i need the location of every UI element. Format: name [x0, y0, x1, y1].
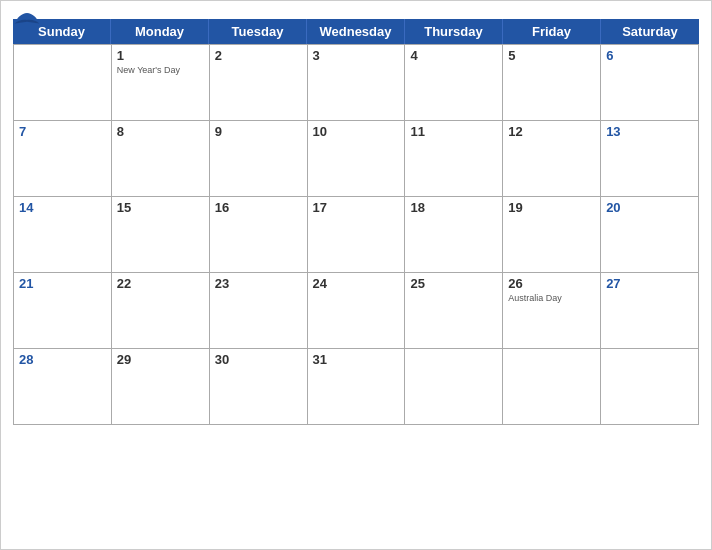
calendar-cell: 21: [14, 273, 112, 349]
date-number: 15: [117, 200, 204, 215]
calendar-cell: 22: [112, 273, 210, 349]
holiday-label: Australia Day: [508, 293, 595, 303]
day-header-monday: Monday: [111, 19, 209, 44]
date-number: 9: [215, 124, 302, 139]
calendar-cell: 25: [405, 273, 503, 349]
calendar-cell: 5: [503, 45, 601, 121]
week-row-5: 28293031: [14, 349, 699, 425]
date-number: 6: [606, 48, 693, 63]
calendar-cell: 17: [308, 197, 406, 273]
calendar-cell: 10: [308, 121, 406, 197]
day-header-friday: Friday: [503, 19, 601, 44]
calendar-cell: 8: [112, 121, 210, 197]
date-number: 23: [215, 276, 302, 291]
date-number: 24: [313, 276, 400, 291]
day-header-wednesday: Wednesday: [307, 19, 405, 44]
calendar-cell: 31: [308, 349, 406, 425]
date-number: 5: [508, 48, 595, 63]
calendar-cell: 2: [210, 45, 308, 121]
logo-bird-icon: [13, 11, 41, 29]
date-number: 26: [508, 276, 595, 291]
week-row-3: 14151617181920: [14, 197, 699, 273]
calendar-cell: [405, 349, 503, 425]
calendar-cell: [503, 349, 601, 425]
calendar-cell: 4: [405, 45, 503, 121]
week-row-4: 212223242526Australia Day27: [14, 273, 699, 349]
calendar-cell: 9: [210, 121, 308, 197]
calendar-cell: 1New Year's Day: [112, 45, 210, 121]
day-header-saturday: Saturday: [601, 19, 699, 44]
date-number: 30: [215, 352, 302, 367]
calendar-cell: 24: [308, 273, 406, 349]
date-number: 16: [215, 200, 302, 215]
calendar-cell: 19: [503, 197, 601, 273]
date-number: 25: [410, 276, 497, 291]
calendar-cell: 20: [601, 197, 699, 273]
calendar-cell: 15: [112, 197, 210, 273]
date-number: 8: [117, 124, 204, 139]
date-number: 13: [606, 124, 693, 139]
date-number: 31: [313, 352, 400, 367]
date-number: 7: [19, 124, 106, 139]
day-header-thursday: Thursday: [405, 19, 503, 44]
date-number: 14: [19, 200, 106, 215]
calendar-cell: 28: [14, 349, 112, 425]
calendar-cell: 7: [14, 121, 112, 197]
date-number: 20: [606, 200, 693, 215]
date-number: 28: [19, 352, 106, 367]
calendar-cell: 29: [112, 349, 210, 425]
week-row-2: 78910111213: [14, 121, 699, 197]
calendar-cell: 11: [405, 121, 503, 197]
logo: [13, 11, 43, 29]
calendar: SundayMondayTuesdayWednesdayThursdayFrid…: [0, 0, 712, 550]
date-number: 2: [215, 48, 302, 63]
calendar-cell: [601, 349, 699, 425]
week-row-1: 1New Year's Day23456: [14, 45, 699, 121]
date-number: 10: [313, 124, 400, 139]
calendar-cell: [14, 45, 112, 121]
date-number: 19: [508, 200, 595, 215]
calendar-cell: 27: [601, 273, 699, 349]
calendar-cell: 23: [210, 273, 308, 349]
date-number: 12: [508, 124, 595, 139]
calendar-cell: 3: [308, 45, 406, 121]
calendar-cell: 18: [405, 197, 503, 273]
calendar-grid: 1New Year's Day2345678910111213141516171…: [13, 44, 699, 425]
calendar-cell: 12: [503, 121, 601, 197]
date-number: 1: [117, 48, 204, 63]
day-headers: SundayMondayTuesdayWednesdayThursdayFrid…: [13, 19, 699, 44]
day-header-tuesday: Tuesday: [209, 19, 307, 44]
holiday-label: New Year's Day: [117, 65, 204, 75]
date-number: 22: [117, 276, 204, 291]
date-number: 17: [313, 200, 400, 215]
date-number: 11: [410, 124, 497, 139]
date-number: 29: [117, 352, 204, 367]
date-number: 18: [410, 200, 497, 215]
date-number: 27: [606, 276, 693, 291]
calendar-cell: 16: [210, 197, 308, 273]
date-number: 21: [19, 276, 106, 291]
calendar-cell: 30: [210, 349, 308, 425]
calendar-cell: 26Australia Day: [503, 273, 601, 349]
date-number: 3: [313, 48, 400, 63]
calendar-cell: 13: [601, 121, 699, 197]
date-number: 4: [410, 48, 497, 63]
calendar-cell: 6: [601, 45, 699, 121]
calendar-cell: 14: [14, 197, 112, 273]
